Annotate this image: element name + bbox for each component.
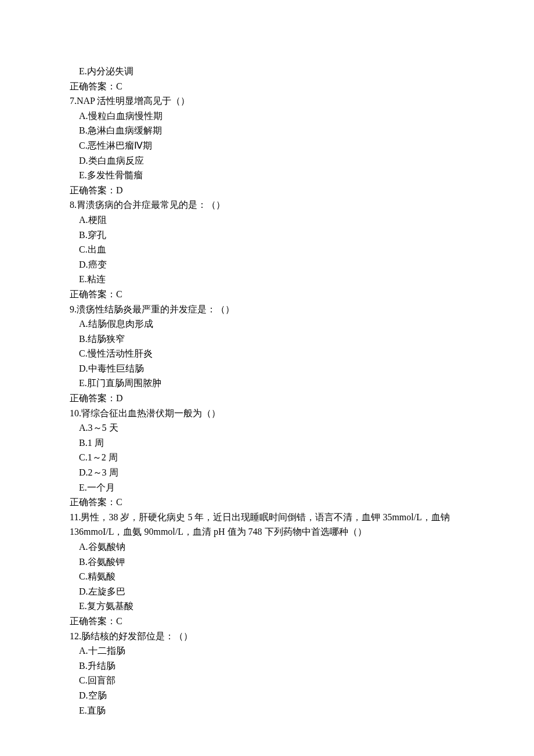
text-line: C.1～2 周	[70, 450, 464, 465]
text-line: 11.男性，38 岁，肝硬化病史 5 年，近日出现睡眠时间倒错，语言不清，血钾 …	[70, 510, 464, 539]
text-line: 8.胃溃疡病的合并症最常见的是：（）	[70, 197, 464, 213]
text-line: 正确答案：C	[70, 495, 464, 510]
text-line: A.慢粒白血病慢性期	[70, 109, 464, 124]
text-line: E.肛门直肠周围脓肿	[70, 376, 464, 391]
text-line: E.粘连	[70, 272, 464, 287]
text-line: E.复方氨基酸	[70, 599, 464, 614]
text-line: C.回盲部	[70, 673, 464, 688]
text-line: 12.肠结核的好发部位是：（）	[70, 629, 464, 644]
text-line: 7.NAP 活性明显增高见于（）	[70, 93, 464, 109]
text-line: D.中毒性巨结肠	[70, 361, 464, 376]
text-line: B.急淋白血病缓解期	[70, 123, 464, 138]
text-line: D.癌变	[70, 257, 464, 272]
text-line: C.恶性淋巴瘤Ⅳ期	[70, 138, 464, 153]
text-line: B.穿孔	[70, 228, 464, 243]
text-line: D.2～3 周	[70, 465, 464, 480]
text-line: A.3～5 天	[70, 420, 464, 435]
text-line: 正确答案：C	[70, 79, 464, 94]
text-line: B.谷氨酸钾	[70, 555, 464, 570]
text-line: C.慢性活动性肝炎	[70, 346, 464, 361]
document-page: E.内分泌失调正确答案：C7.NAP 活性明显增高见于（）A.慢粒白血病慢性期B…	[0, 0, 534, 756]
text-line: 正确答案：C	[70, 287, 464, 302]
text-line: A.十二指肠	[70, 643, 464, 658]
text-line: B.升结肠	[70, 658, 464, 674]
text-line: A.梗阻	[70, 213, 464, 228]
text-line: C.精氨酸	[70, 569, 464, 584]
text-line: E.内分泌失调	[70, 64, 464, 79]
text-line: D.类白血病反应	[70, 153, 464, 168]
text-line: 正确答案：C	[70, 614, 464, 629]
text-line: 10.肾综合征出血热潜伏期一般为（）	[70, 406, 464, 421]
text-line: 正确答案：D	[70, 391, 464, 406]
text-line: D.空肠	[70, 688, 464, 703]
text-line: B.结肠狭窄	[70, 332, 464, 347]
text-line: D.左旋多巴	[70, 584, 464, 599]
document-content: E.内分泌失调正确答案：C7.NAP 活性明显增高见于（）A.慢粒白血病慢性期B…	[70, 64, 464, 718]
text-line: A.结肠假息肉形成	[70, 316, 464, 332]
text-line: E.一个月	[70, 480, 464, 495]
text-line: B.1 周	[70, 435, 464, 451]
text-line: 9.溃疡性结肠炎最严重的并发症是：（）	[70, 302, 464, 317]
text-line: C.出血	[70, 242, 464, 257]
text-line: A.谷氨酸钠	[70, 539, 464, 555]
text-line: E.直肠	[70, 703, 464, 718]
text-line: 正确答案：D	[70, 183, 464, 198]
text-line: E.多发性骨髓瘤	[70, 168, 464, 183]
